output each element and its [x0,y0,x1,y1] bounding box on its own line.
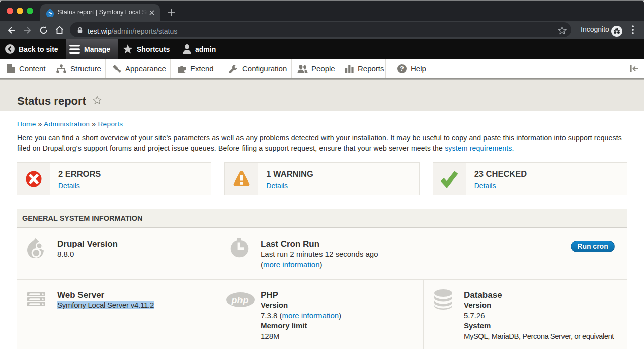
svg-text:?: ? [400,65,404,72]
svg-text:php: php [231,295,249,305]
